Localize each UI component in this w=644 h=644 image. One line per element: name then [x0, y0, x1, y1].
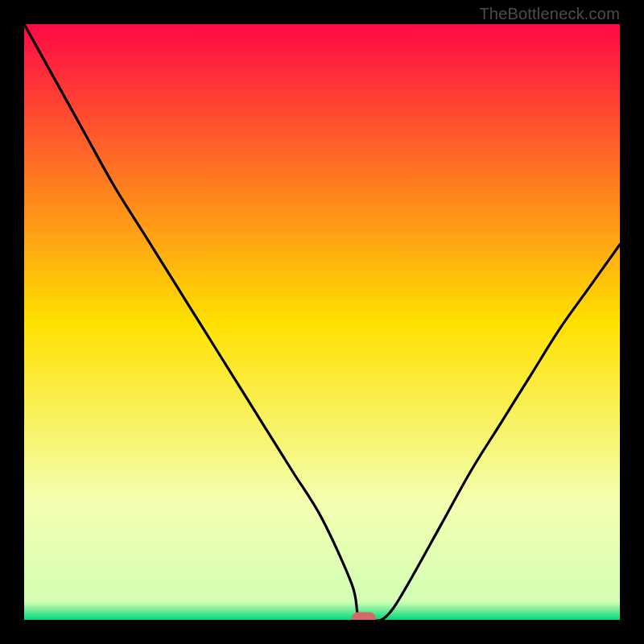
chart-svg	[24, 24, 620, 620]
gradient-background	[24, 24, 620, 620]
watermark-text: TheBottleneck.com	[479, 5, 620, 23]
plot-area	[24, 24, 620, 620]
optimal-marker	[352, 613, 376, 620]
